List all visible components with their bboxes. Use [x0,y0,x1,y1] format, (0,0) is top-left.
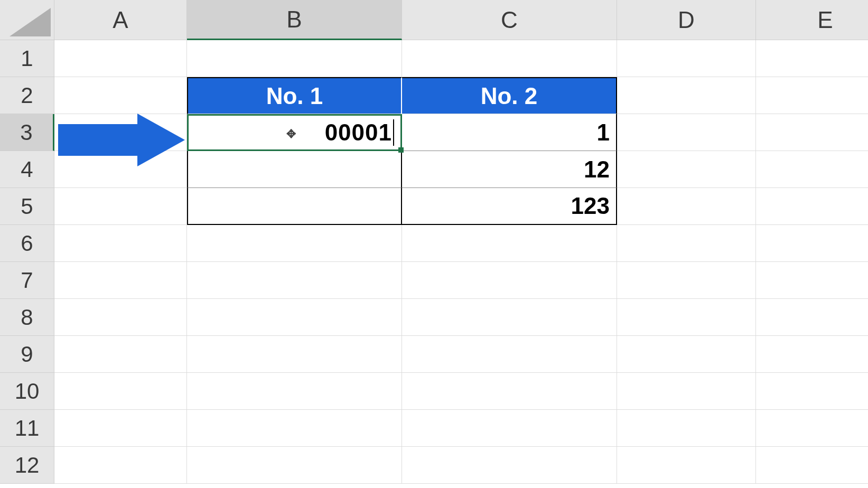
select-all-corner[interactable] [0,0,54,40]
row-header-1[interactable]: 1 [0,40,54,77]
cell-B3[interactable]: ✥ 00001 [187,114,402,151]
cell-value: 00001 [325,119,394,146]
cell-E9[interactable] [756,336,868,373]
cell-value: 123 [571,193,610,219]
cell-C6[interactable] [402,225,617,262]
cell-E6[interactable] [756,225,868,262]
cell-value: 1 [597,119,610,146]
cell-B9[interactable] [187,336,402,373]
cell-D7[interactable] [617,262,756,299]
cell-A11[interactable] [54,410,187,447]
cell-B5[interactable] [187,188,402,225]
cell-D4[interactable] [617,151,756,188]
cell-E7[interactable] [756,262,868,299]
cell-C1[interactable] [402,40,617,77]
cell-value: No. 1 [266,83,323,109]
cell-B8[interactable] [187,299,402,336]
row-header-4[interactable]: 4 [0,151,54,188]
cell-E5[interactable] [756,188,868,225]
cell-C3[interactable]: 1 [402,114,617,151]
cell-D8[interactable] [617,299,756,336]
cell-C8[interactable] [402,299,617,336]
cell-E3[interactable] [756,114,868,151]
cell-B11[interactable] [187,410,402,447]
cell-B6[interactable] [187,225,402,262]
cell-B12[interactable] [187,447,402,484]
row-header-12[interactable]: 12 [0,447,54,484]
cell-E12[interactable] [756,447,868,484]
cell-E11[interactable] [756,410,868,447]
col-header-C[interactable]: C [402,0,617,40]
cell-D10[interactable] [617,373,756,410]
cell-D5[interactable] [617,188,756,225]
cell-C5[interactable]: 123 [402,188,617,225]
row-header-8[interactable]: 8 [0,299,54,336]
row-header-6[interactable]: 6 [0,225,54,262]
cell-E10[interactable] [756,373,868,410]
row-header-10[interactable]: 10 [0,373,54,410]
cell-B4[interactable] [187,151,402,188]
cell-A6[interactable] [54,225,187,262]
cell-C11[interactable] [402,410,617,447]
cell-A1[interactable] [54,40,187,77]
col-header-A[interactable]: A [54,0,187,40]
col-header-E[interactable]: E [756,0,868,40]
cell-value: 12 [584,156,610,183]
fill-handle[interactable] [398,147,404,153]
col-header-D[interactable]: D [617,0,756,40]
cell-C4[interactable]: 12 [402,151,617,188]
cell-A10[interactable] [54,373,187,410]
row-header-9[interactable]: 9 [0,336,54,373]
cell-A2[interactable] [54,77,187,114]
row-header-11[interactable]: 11 [0,410,54,447]
cell-D6[interactable] [617,225,756,262]
cell-D2[interactable] [617,77,756,114]
row-header-2[interactable]: 2 [0,77,54,114]
cell-E1[interactable] [756,40,868,77]
cell-C7[interactable] [402,262,617,299]
arrow-right-icon [58,114,185,166]
cell-C10[interactable] [402,373,617,410]
cell-A5[interactable] [54,188,187,225]
col-header-B[interactable]: B [187,0,402,40]
cell-E8[interactable] [756,299,868,336]
edit-cursor-icon: ✥ [286,129,296,139]
cell-A12[interactable] [54,447,187,484]
row-headers: 1 2 3 4 5 6 7 8 9 10 11 12 [0,40,54,484]
cell-C12[interactable] [402,447,617,484]
row-header-5[interactable]: 5 [0,188,54,225]
cell-A9[interactable] [54,336,187,373]
cell-B7[interactable] [187,262,402,299]
row-header-7[interactable]: 7 [0,262,54,299]
cell-D1[interactable] [617,40,756,77]
cell-value: No. 2 [481,83,538,109]
cell-D9[interactable] [617,336,756,373]
cell-C9[interactable] [402,336,617,373]
cell-E4[interactable] [756,151,868,188]
cell-E2[interactable] [756,77,868,114]
cell-D3[interactable] [617,114,756,151]
cells-grid: No. 1 No. 2 ✥ 00001 1 12 12 [54,40,868,484]
cell-B1[interactable] [187,40,402,77]
column-headers: A B C D E [54,0,868,40]
cell-D11[interactable] [617,410,756,447]
cell-B2[interactable]: No. 1 [187,77,402,114]
cell-A7[interactable] [54,262,187,299]
cell-D12[interactable] [617,447,756,484]
cell-A8[interactable] [54,299,187,336]
row-header-3[interactable]: 3 [0,114,54,151]
cell-C2[interactable]: No. 2 [402,77,617,114]
cell-B10[interactable] [187,373,402,410]
